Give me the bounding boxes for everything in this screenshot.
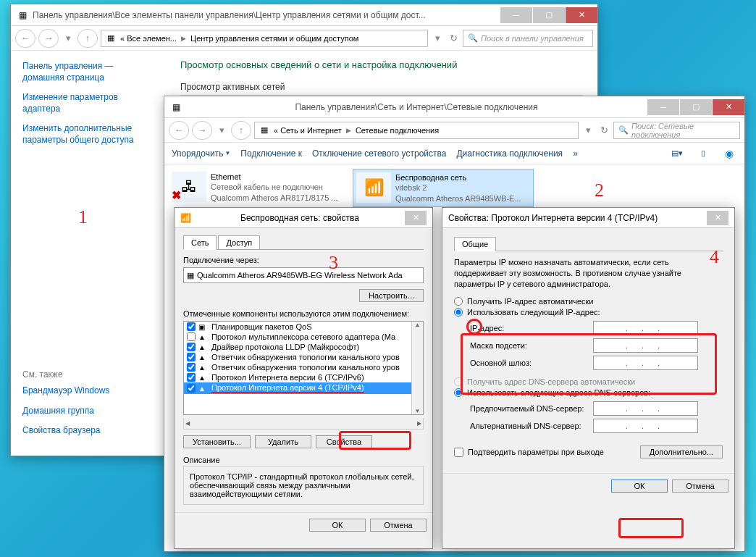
install-button[interactable]: Установить...	[183, 435, 251, 448]
dialog-tcpipv4-properties: Свойства: Протокол Интернета версии 4 (T…	[442, 207, 735, 549]
radio-input[interactable]	[454, 308, 463, 317]
titlebar[interactable]: ▦ Панель управления\Все элементы панели …	[11, 4, 597, 26]
alternate-dns-input[interactable]: . . .	[593, 419, 698, 433]
tab-network[interactable]: Сеть	[183, 235, 217, 250]
back-button[interactable]: ←	[15, 29, 35, 48]
connection-name: Ethernet	[211, 172, 338, 182]
more-chevron-icon[interactable]: »	[573, 148, 578, 159]
subnet-mask-input[interactable]: . . .	[593, 338, 698, 353]
ip-address-label: IP-адрес:	[470, 324, 593, 332]
addr-dropdown[interactable]: ▾	[431, 29, 444, 48]
radio-input[interactable]	[454, 297, 463, 306]
sidebar-sharing-settings[interactable]: Изменить дополнительные параметры общего…	[22, 123, 154, 146]
radio-manual-dns[interactable]: Использовать следующие адреса DNS-сервер…	[454, 388, 723, 397]
list-item[interactable]: ▲Драйвер протокола LLDP (Майкрософт)	[184, 342, 423, 352]
preferred-dns-input[interactable]: . . .	[593, 401, 698, 416]
vertical-scrollbar[interactable]: ▲▼	[411, 322, 423, 414]
components-listbox[interactable]: ▣Планировщик пакетов QoS ▲Протокол мульт…	[183, 321, 424, 415]
checkbox[interactable]	[187, 353, 196, 361]
minimize-button[interactable]: ─	[500, 7, 532, 23]
refresh-button[interactable]: ↻	[597, 121, 610, 140]
connection-adapter: Qualcomm Atheros AR8171/8175 ...	[211, 193, 338, 203]
close-button[interactable]: ✕	[713, 99, 744, 115]
list-item[interactable]: ▲Ответчик обнаружения топологии канально…	[184, 352, 423, 362]
tab-sharing[interactable]: Доступ	[218, 235, 260, 250]
radio-input[interactable]	[454, 388, 463, 397]
maximize-button[interactable]: ▢	[533, 7, 565, 23]
history-dropdown[interactable]: ▾	[62, 29, 75, 48]
sidebar-adapter-settings[interactable]: Изменение параметров адаптера	[22, 92, 154, 114]
preview-pane-button[interactable]: ▯	[695, 146, 711, 161]
help-button[interactable]: ◉	[721, 146, 737, 161]
close-button[interactable]: ✕	[566, 7, 597, 23]
sidebar-browser-props-link[interactable]: Свойства браузера	[22, 425, 160, 437]
radio-auto-ip[interactable]: Получить IP-адрес автоматически	[454, 297, 723, 306]
radio-manual-ip[interactable]: Использовать следующий IP-адрес:	[454, 308, 723, 317]
sidebar-homegroup-link[interactable]: Домашняя группа	[22, 406, 160, 417]
sidebar-firewall-link[interactable]: Брандмауэр Windows	[22, 385, 160, 397]
crumb-net-internet[interactable]: « Сеть и Интернет	[271, 126, 345, 135]
annotation-number-4: 4	[710, 246, 719, 268]
search-input[interactable]: Поиск в панели управления	[463, 30, 593, 47]
horizontal-scrollbar[interactable]: ◀▶	[183, 418, 424, 430]
connection-adapter: Qualcomm Atheros AR9485WB-E...	[395, 193, 521, 204]
dialog-titlebar[interactable]: Свойства: Протокол Интернета версии 4 (T…	[442, 208, 734, 228]
crumb-all-items[interactable]: « Все элемен...	[117, 34, 180, 43]
organize-menu[interactable]: Упорядочить ▼	[172, 148, 230, 159]
forward-button[interactable]: →	[192, 121, 212, 140]
list-item[interactable]: ▲Протокол мультиплексора сетевого адапте…	[184, 332, 423, 342]
diagnose-button[interactable]: Диагностика подключения	[456, 148, 563, 159]
connection-wifi[interactable]: 📶 Беспроводная сеть vitebsk 2 Qualcomm A…	[353, 169, 534, 207]
connect-to-menu[interactable]: Подключение к	[240, 148, 302, 159]
list-item[interactable]: ▲Протокол Интернета версии 6 (TCP/IPv6)	[184, 372, 423, 382]
crumb-network-center[interactable]: Центр управления сетями и общим доступом	[188, 34, 361, 43]
window-title: Панель управления\Все элементы панели уп…	[33, 10, 500, 20]
description-box: Протокол TCP/IP - стандартный протокол г…	[183, 466, 424, 505]
maximize-button[interactable]: ▢	[680, 99, 712, 115]
close-button[interactable]: ✕	[707, 211, 728, 225]
up-button[interactable]: ↑	[77, 29, 98, 48]
checkbox[interactable]	[187, 343, 196, 351]
configure-button[interactable]: Настроить...	[359, 289, 424, 302]
up-button[interactable]: ↑	[231, 121, 251, 140]
forward-button[interactable]: →	[38, 29, 59, 48]
address-bar[interactable]: ▦ « Все элемен... ▶ Центр управления сет…	[101, 30, 428, 47]
crumb-connections[interactable]: Сетевые подключения	[353, 126, 442, 135]
minimize-button[interactable]: ─	[647, 99, 679, 115]
checkbox[interactable]	[454, 448, 463, 457]
cancel-button[interactable]: Отмена	[370, 519, 427, 532]
view-options-button[interactable]: ▤▾	[669, 146, 685, 161]
tab-general[interactable]: Общие	[454, 237, 496, 251]
annotation-number-1: 1	[78, 206, 88, 228]
search-input[interactable]: Поиск: Сетевые подключения	[613, 122, 740, 139]
checkbox[interactable]	[187, 332, 196, 341]
checkbox[interactable]	[187, 363, 196, 372]
cancel-button[interactable]: Отмена	[672, 479, 728, 493]
list-item[interactable]: ▲Ответчик обнаружения топологии канально…	[184, 362, 423, 372]
refresh-button[interactable]: ↻	[447, 29, 460, 48]
address-bar[interactable]: ▦ « Сеть и Интернет ▶ Сетевые подключени…	[254, 122, 579, 139]
properties-button[interactable]: Свойства	[316, 435, 372, 448]
ip-address-input[interactable]: . . .	[593, 321, 698, 335]
checkbox[interactable]	[187, 384, 196, 393]
disable-device-button[interactable]: Отключение сетевого устройства	[312, 148, 446, 159]
uninstall-button[interactable]: Удалить	[255, 435, 311, 448]
history-dropdown[interactable]: ▾	[215, 121, 228, 140]
gateway-input[interactable]: . . .	[593, 356, 698, 370]
close-button[interactable]: ✕	[405, 211, 427, 225]
addr-dropdown[interactable]: ▾	[581, 121, 595, 140]
connection-name: Беспроводная сеть	[395, 172, 521, 183]
checkbox[interactable]	[187, 322, 196, 331]
sidebar-home-link[interactable]: Панель управления — домашняя страница	[22, 61, 154, 83]
titlebar[interactable]: ▦ Панель управления\Сеть и Интернет\Сете…	[164, 96, 744, 118]
connection-ethernet[interactable]: 🖧✖ Ethernet Сетевой кабель не подключен …	[169, 169, 350, 207]
ok-button[interactable]: ОК	[611, 479, 668, 493]
ok-button[interactable]: ОК	[309, 519, 366, 532]
advanced-button[interactable]: Дополнительно...	[640, 445, 723, 458]
list-item[interactable]: ▣Планировщик пакетов QoS	[184, 322, 423, 332]
checkbox[interactable]	[187, 373, 196, 382]
list-item-tcpipv4[interactable]: ▲Протокол Интернета версии 4 (TCP/IPv4)	[184, 382, 423, 394]
validate-checkbox-row[interactable]: Подтвердить параметры при выходе	[454, 448, 604, 457]
back-button[interactable]: ←	[169, 121, 189, 140]
dialog-titlebar[interactable]: 📶 Беспроводная сеть: свойства ✕	[175, 208, 432, 228]
